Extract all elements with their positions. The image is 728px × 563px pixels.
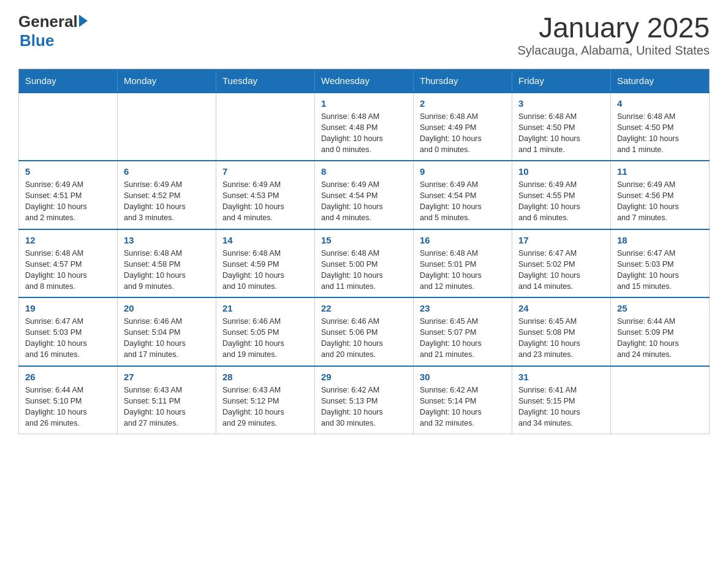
calendar-cell: 20Sunrise: 6:46 AM Sunset: 5:04 PM Dayli… <box>118 297 216 366</box>
day-info: Sunrise: 6:48 AM Sunset: 4:50 PM Dayligh… <box>617 111 703 156</box>
day-number: 12 <box>25 235 111 245</box>
day-info: Sunrise: 6:48 AM Sunset: 4:48 PM Dayligh… <box>321 111 407 156</box>
calendar-cell: 23Sunrise: 6:45 AM Sunset: 5:07 PM Dayli… <box>414 297 512 366</box>
day-number: 19 <box>25 303 111 313</box>
calendar-cell: 11Sunrise: 6:49 AM Sunset: 4:56 PM Dayli… <box>611 161 710 229</box>
calendar-subtitle: Sylacauga, Alabama, United States <box>517 44 710 58</box>
calendar-cell: 31Sunrise: 6:41 AM Sunset: 5:15 PM Dayli… <box>512 366 611 434</box>
day-number: 2 <box>420 98 506 109</box>
calendar-cell: 30Sunrise: 6:42 AM Sunset: 5:14 PM Dayli… <box>414 366 512 434</box>
day-number: 29 <box>321 372 407 382</box>
calendar-table: SundayMondayTuesdayWednesdayThursdayFrid… <box>18 69 710 435</box>
day-info: Sunrise: 6:47 AM Sunset: 5:02 PM Dayligh… <box>518 248 604 293</box>
day-info: Sunrise: 6:46 AM Sunset: 5:05 PM Dayligh… <box>222 316 308 361</box>
day-number: 26 <box>25 372 111 382</box>
calendar-cell: 21Sunrise: 6:46 AM Sunset: 5:05 PM Dayli… <box>216 297 315 366</box>
calendar-cell: 14Sunrise: 6:48 AM Sunset: 4:59 PM Dayli… <box>216 229 315 298</box>
page-header: General Blue January 2025 Sylacauga, Ala… <box>18 12 710 58</box>
calendar-cell <box>611 366 710 434</box>
day-number: 11 <box>617 166 703 177</box>
day-info: Sunrise: 6:49 AM Sunset: 4:53 PM Dayligh… <box>222 179 308 224</box>
calendar-cell: 27Sunrise: 6:43 AM Sunset: 5:11 PM Dayli… <box>118 366 216 434</box>
day-number: 13 <box>124 235 210 245</box>
calendar-cell: 1Sunrise: 6:48 AM Sunset: 4:48 PM Daylig… <box>315 93 414 161</box>
day-info: Sunrise: 6:48 AM Sunset: 4:50 PM Dayligh… <box>518 111 604 156</box>
calendar-header-row: SundayMondayTuesdayWednesdayThursdayFrid… <box>19 69 710 93</box>
logo-triangle-icon <box>79 15 88 27</box>
day-info: Sunrise: 6:45 AM Sunset: 5:07 PM Dayligh… <box>420 316 506 361</box>
day-info: Sunrise: 6:49 AM Sunset: 4:55 PM Dayligh… <box>518 179 604 224</box>
day-number: 21 <box>222 303 308 313</box>
day-number: 5 <box>25 166 111 177</box>
logo-general-text: General <box>18 12 78 31</box>
calendar-cell: 18Sunrise: 6:47 AM Sunset: 5:03 PM Dayli… <box>611 229 710 298</box>
day-info: Sunrise: 6:49 AM Sunset: 4:54 PM Dayligh… <box>321 179 407 224</box>
day-info: Sunrise: 6:42 AM Sunset: 5:13 PM Dayligh… <box>321 385 407 429</box>
calendar-cell: 15Sunrise: 6:48 AM Sunset: 5:00 PM Dayli… <box>315 229 414 298</box>
day-number: 3 <box>518 98 604 109</box>
calendar-cell: 19Sunrise: 6:47 AM Sunset: 5:03 PM Dayli… <box>19 297 118 366</box>
day-number: 14 <box>222 235 308 245</box>
day-number: 10 <box>518 166 604 177</box>
calendar-week-row: 19Sunrise: 6:47 AM Sunset: 5:03 PM Dayli… <box>19 297 710 366</box>
calendar-cell: 7Sunrise: 6:49 AM Sunset: 4:53 PM Daylig… <box>216 161 315 229</box>
day-info: Sunrise: 6:48 AM Sunset: 4:57 PM Dayligh… <box>25 248 111 293</box>
calendar-cell: 5Sunrise: 6:49 AM Sunset: 4:51 PM Daylig… <box>19 161 118 229</box>
day-number: 25 <box>617 303 703 313</box>
day-info: Sunrise: 6:41 AM Sunset: 5:15 PM Dayligh… <box>518 385 604 429</box>
day-info: Sunrise: 6:49 AM Sunset: 4:54 PM Dayligh… <box>420 179 506 224</box>
logo: General Blue <box>18 12 88 50</box>
day-number: 7 <box>222 166 308 177</box>
day-info: Sunrise: 6:46 AM Sunset: 5:04 PM Dayligh… <box>124 316 210 361</box>
day-number: 27 <box>124 372 210 382</box>
day-of-week-header: Tuesday <box>216 69 315 93</box>
calendar-cell: 29Sunrise: 6:42 AM Sunset: 5:13 PM Dayli… <box>315 366 414 434</box>
day-number: 31 <box>518 372 604 382</box>
day-info: Sunrise: 6:47 AM Sunset: 5:03 PM Dayligh… <box>617 248 703 293</box>
day-number: 16 <box>420 235 506 245</box>
calendar-cell: 22Sunrise: 6:46 AM Sunset: 5:06 PM Dayli… <box>315 297 414 366</box>
calendar-cell: 6Sunrise: 6:49 AM Sunset: 4:52 PM Daylig… <box>118 161 216 229</box>
day-info: Sunrise: 6:49 AM Sunset: 4:52 PM Dayligh… <box>124 179 210 224</box>
calendar-week-row: 12Sunrise: 6:48 AM Sunset: 4:57 PM Dayli… <box>19 229 710 298</box>
day-info: Sunrise: 6:47 AM Sunset: 5:03 PM Dayligh… <box>25 316 111 361</box>
calendar-cell: 2Sunrise: 6:48 AM Sunset: 4:49 PM Daylig… <box>414 93 512 161</box>
day-info: Sunrise: 6:46 AM Sunset: 5:06 PM Dayligh… <box>321 316 407 361</box>
day-info: Sunrise: 6:43 AM Sunset: 5:11 PM Dayligh… <box>124 385 210 429</box>
day-info: Sunrise: 6:48 AM Sunset: 4:59 PM Dayligh… <box>222 248 308 293</box>
calendar-cell: 26Sunrise: 6:44 AM Sunset: 5:10 PM Dayli… <box>19 366 118 434</box>
calendar-cell: 28Sunrise: 6:43 AM Sunset: 5:12 PM Dayli… <box>216 366 315 434</box>
day-number: 18 <box>617 235 703 245</box>
logo-blue-text: Blue <box>20 31 54 50</box>
day-number: 15 <box>321 235 407 245</box>
day-number: 8 <box>321 166 407 177</box>
calendar-cell <box>118 93 216 161</box>
title-block: January 2025 Sylacauga, Alabama, United … <box>517 12 710 58</box>
day-number: 22 <box>321 303 407 313</box>
calendar-cell: 4Sunrise: 6:48 AM Sunset: 4:50 PM Daylig… <box>611 93 710 161</box>
day-of-week-header: Wednesday <box>315 69 414 93</box>
day-number: 6 <box>124 166 210 177</box>
day-of-week-header: Saturday <box>611 69 710 93</box>
day-number: 1 <box>321 98 407 109</box>
day-of-week-header: Friday <box>512 69 611 93</box>
day-info: Sunrise: 6:48 AM Sunset: 5:00 PM Dayligh… <box>321 248 407 293</box>
day-number: 4 <box>617 98 703 109</box>
day-number: 30 <box>420 372 506 382</box>
day-info: Sunrise: 6:48 AM Sunset: 4:49 PM Dayligh… <box>420 111 506 156</box>
calendar-cell: 3Sunrise: 6:48 AM Sunset: 4:50 PM Daylig… <box>512 93 611 161</box>
day-number: 20 <box>124 303 210 313</box>
calendar-cell: 25Sunrise: 6:44 AM Sunset: 5:09 PM Dayli… <box>611 297 710 366</box>
calendar-week-row: 5Sunrise: 6:49 AM Sunset: 4:51 PM Daylig… <box>19 161 710 229</box>
calendar-cell: 8Sunrise: 6:49 AM Sunset: 4:54 PM Daylig… <box>315 161 414 229</box>
calendar-week-row: 1Sunrise: 6:48 AM Sunset: 4:48 PM Daylig… <box>19 93 710 161</box>
calendar-cell <box>19 93 118 161</box>
day-info: Sunrise: 6:42 AM Sunset: 5:14 PM Dayligh… <box>420 385 506 429</box>
calendar-cell: 16Sunrise: 6:48 AM Sunset: 5:01 PM Dayli… <box>414 229 512 298</box>
calendar-title: January 2025 <box>517 12 710 44</box>
day-info: Sunrise: 6:49 AM Sunset: 4:56 PM Dayligh… <box>617 179 703 224</box>
day-number: 24 <box>518 303 604 313</box>
day-info: Sunrise: 6:48 AM Sunset: 5:01 PM Dayligh… <box>420 248 506 293</box>
calendar-cell: 13Sunrise: 6:48 AM Sunset: 4:58 PM Dayli… <box>118 229 216 298</box>
day-of-week-header: Monday <box>118 69 216 93</box>
